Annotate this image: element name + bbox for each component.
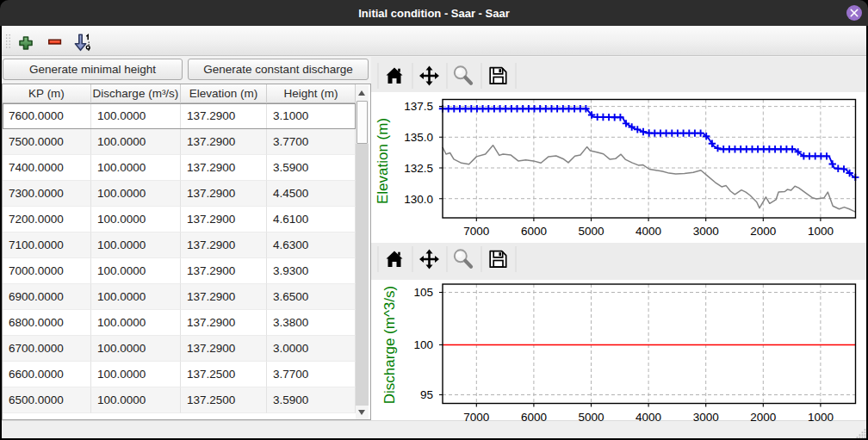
svg-text:1000: 1000 [808, 411, 834, 424]
svg-text:135.0: 135.0 [404, 131, 433, 144]
svg-text:2000: 2000 [750, 225, 776, 238]
svg-text:100: 100 [413, 338, 433, 351]
svg-text:5000: 5000 [578, 411, 604, 424]
svg-text:3000: 3000 [693, 411, 719, 424]
svg-text:2000: 2000 [750, 411, 776, 424]
svg-text:5000: 5000 [578, 225, 604, 238]
svg-text:137.5: 137.5 [404, 100, 433, 113]
svg-text:4000: 4000 [636, 411, 661, 424]
svg-text:Elevation (m): Elevation (m) [375, 118, 391, 204]
svg-text:130.0: 130.0 [404, 193, 433, 206]
svg-text:1000: 1000 [808, 225, 834, 238]
svg-text:6000: 6000 [521, 411, 547, 424]
svg-text:105: 105 [413, 286, 433, 299]
svg-text:6000: 6000 [521, 225, 547, 238]
svg-text:7000: 7000 [463, 411, 489, 424]
svg-text:Discharge (m^3/s): Discharge (m^3/s) [381, 286, 398, 404]
svg-text:4000: 4000 [636, 225, 661, 238]
svg-text:95: 95 [420, 388, 433, 401]
svg-text:3000: 3000 [693, 225, 719, 238]
svg-text:7000: 7000 [463, 225, 489, 238]
svg-text:132.5: 132.5 [404, 162, 433, 175]
